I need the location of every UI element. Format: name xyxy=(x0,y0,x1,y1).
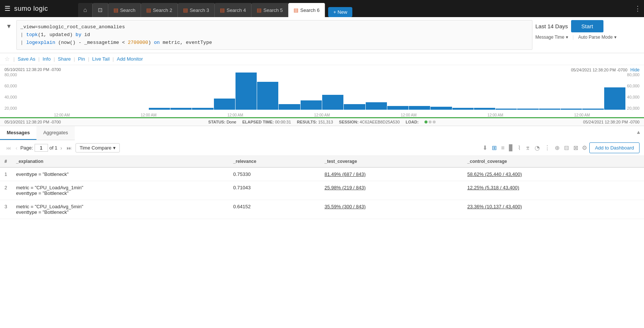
message-time-dropdown-icon[interactable]: ▾ xyxy=(566,35,568,40)
folder-icon: ⊡ xyxy=(98,7,103,13)
parse-mode-dropdown-icon[interactable]: ▾ xyxy=(614,35,616,40)
y-label: 80,000 xyxy=(4,73,17,77)
more-menu-icon[interactable]: ⋮ xyxy=(631,4,644,13)
new-button[interactable]: + New xyxy=(328,7,352,17)
col-header-relevance: _relevance xyxy=(229,156,320,167)
options-sep: | xyxy=(573,35,574,40)
query-keyword-topk: topk xyxy=(26,32,38,38)
page-label: Page: xyxy=(20,145,33,151)
row-control-coverage[interactable]: 12.25% (5,318 / 43,400) xyxy=(463,181,644,200)
pie-chart-icon[interactable]: ◔ xyxy=(534,144,541,152)
next-page-btn[interactable]: › xyxy=(59,144,64,152)
single-value-icon[interactable]: ⊟ xyxy=(563,144,570,152)
time-compare-label: Time Compare xyxy=(80,145,111,151)
live-tail-link[interactable]: Live Tail xyxy=(90,55,112,62)
col-header-control-coverage: _control_coverage xyxy=(463,156,644,167)
save-as-link[interactable]: Save As xyxy=(15,55,38,62)
nav-tab-home[interactable]: ⌂ xyxy=(78,3,93,17)
start-button[interactable]: Start xyxy=(571,20,604,32)
row-test-coverage[interactable]: 25.98% (219 / 843) xyxy=(320,181,463,200)
y-label: 60,000 xyxy=(4,84,17,88)
list-view-icon[interactable]: ≡ xyxy=(500,144,505,152)
info-link[interactable]: Info xyxy=(40,55,53,62)
results-panel-collapse-icon[interactable]: ▲ xyxy=(636,129,641,135)
bar-chart-icon[interactable]: ▊ xyxy=(508,144,514,152)
nav-tab-search5[interactable]: ▤ Search 5 xyxy=(251,3,288,17)
nav-tab-search4[interactable]: ▤ Search 4 xyxy=(215,3,251,17)
search-tab-icon: ▤ xyxy=(220,7,225,13)
area-chart-icon[interactable]: ⌆ xyxy=(525,144,531,152)
map-icon[interactable]: ⊕ xyxy=(554,144,560,152)
query-topk-params: (1, updated) xyxy=(38,32,76,38)
hamburger-icon[interactable]: ☰ xyxy=(4,4,10,13)
row-test-coverage[interactable]: 81.49% (687 / 843) xyxy=(320,167,463,181)
add-to-dashboard-button[interactable]: Add to Dashboard xyxy=(589,142,640,153)
query-line-1: _view=sumologic_root_cause_anomalies xyxy=(20,23,528,31)
results-table: # _explanation _relevance _test_coverage… xyxy=(0,156,644,219)
settings-icon[interactable]: ⚙ xyxy=(582,144,587,151)
row-test-coverage[interactable]: 35.59% (300 / 843) xyxy=(320,200,463,219)
row-relevance: 0.75330 xyxy=(229,167,320,181)
chart-bar xyxy=(561,109,582,110)
timeline-end-group: 05/24/2021 12:38:20 PM -0700 Hide xyxy=(571,67,640,73)
share-link[interactable]: Share xyxy=(56,55,73,62)
chart-bar xyxy=(387,106,408,110)
query-number: 2700000 xyxy=(128,40,148,45)
chart-bar xyxy=(192,108,213,110)
add-monitor-link[interactable]: Add Monitor xyxy=(115,55,145,62)
time-compare-button[interactable]: Time Compare ▾ xyxy=(76,143,119,152)
pin-link[interactable]: Pin xyxy=(76,55,87,62)
search-tab-icon: ▤ xyxy=(113,7,118,13)
download-icon[interactable]: ⬇ xyxy=(482,144,488,152)
query-keyword-by: by xyxy=(76,32,81,38)
query-editor[interactable]: _view=sumologic_root_cause_anomalies | t… xyxy=(16,20,532,50)
sep5: | xyxy=(87,56,90,62)
brand[interactable]: ☰ sumo logic xyxy=(0,0,78,17)
query-text: _view=sumologic_root_cause_anomalies xyxy=(20,24,125,30)
query-keyword-on: on xyxy=(154,40,160,45)
search-tab-icon: ▤ xyxy=(146,7,151,13)
tab-messages[interactable]: Messages xyxy=(0,126,36,140)
chart-bar xyxy=(344,104,365,110)
results-tabs: Messages Aggregates xyxy=(0,126,75,140)
y-label: 20,000 xyxy=(4,106,17,110)
query-on: ) xyxy=(148,40,154,45)
line-chart-icon[interactable]: ⌇ xyxy=(517,144,522,152)
nav-tab-search3[interactable]: ▤ Search 3 xyxy=(178,3,215,17)
search-tab-icon: ▤ xyxy=(294,7,298,13)
hide-timeline-link[interactable]: Hide xyxy=(630,67,640,73)
chart-bar xyxy=(279,104,300,110)
x-label: 12:00 AM xyxy=(487,113,503,117)
time-range-row: Last 14 Days Start xyxy=(535,20,640,32)
nav-tab-search6[interactable]: ▤ Search 6 xyxy=(288,3,325,17)
x-label: 12:00 AM xyxy=(227,113,243,117)
row-relevance: 0.64152 xyxy=(229,200,320,219)
table-view-icon[interactable]: ⊞ xyxy=(491,144,497,152)
query-space: (now() - _messagetime < xyxy=(55,40,128,45)
row-control-coverage[interactable]: 23.36% (10,137 / 43,400) xyxy=(463,200,644,219)
prev-page-btn[interactable]: ‹ xyxy=(14,144,19,152)
scatter-chart-icon[interactable]: ⋮ xyxy=(544,144,551,152)
page-input[interactable] xyxy=(35,144,48,152)
chart-bar xyxy=(236,73,257,110)
first-page-btn[interactable]: ⏮ xyxy=(4,144,13,152)
honeycomb-icon[interactable]: ⊠ xyxy=(573,144,579,152)
nav-tab-library[interactable]: ⊡ xyxy=(93,3,108,17)
chart-bar xyxy=(496,109,517,110)
row-control-coverage[interactable]: 58.62% (25,440 / 43,400) xyxy=(463,167,644,181)
query-right-panel: Last 14 Days Start Message Time ▾ | Auto… xyxy=(535,20,640,50)
timeline-end-date: 05/24/2021 12:38:20 PM -0700 xyxy=(571,68,628,72)
search-tab-icon: ▤ xyxy=(257,7,262,13)
elapsed-label: ELAPSED TIME: 00:00:31 xyxy=(242,120,291,124)
session-label: SESSION: 4C62AEEB8D25A530 xyxy=(339,120,400,124)
toolbar: ⏮ ‹ Page: of 1 › ⏭ Time Compare ▾ ⬇ ⊞ ≡ … xyxy=(0,140,644,156)
collapse-icon[interactable]: ▼ xyxy=(4,22,13,31)
star-icon[interactable]: ☆ xyxy=(4,55,10,62)
tab-aggregates[interactable]: Aggregates xyxy=(36,126,75,140)
table-body: 1eventtype = "Bottleneck"0.7533081.49% (… xyxy=(0,167,644,219)
last-page-btn[interactable]: ⏭ xyxy=(65,144,73,152)
row-relevance: 0.71043 xyxy=(229,181,320,200)
x-label: 12:00 AM xyxy=(314,113,330,117)
nav-tab-search2[interactable]: ▤ Search 2 xyxy=(141,3,178,17)
nav-tab-search1[interactable]: ▤ Search xyxy=(108,3,141,17)
